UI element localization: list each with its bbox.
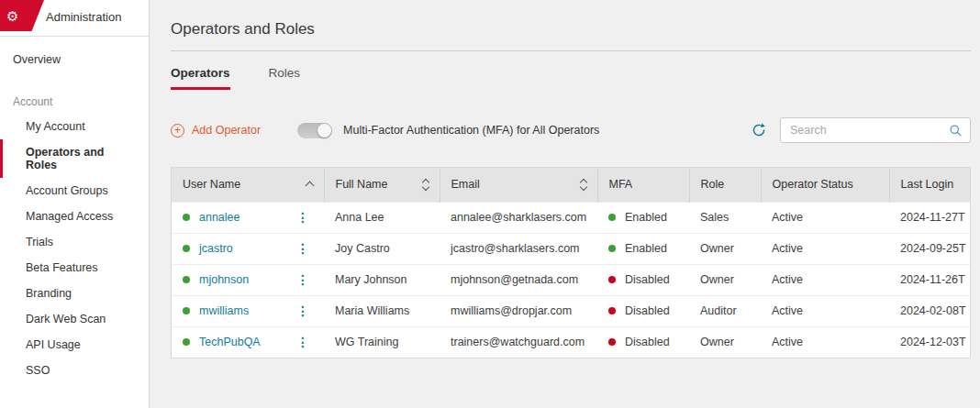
refresh-icon — [751, 122, 767, 138]
brand-flag: ⚙ — [0, 0, 44, 31]
sidebar-header: ⚙ Administration — [0, 0, 149, 37]
add-operator-button[interactable]: + Add Operator — [171, 124, 261, 138]
user-name-link[interactable]: annalee — [199, 211, 240, 224]
cell-operator-status: Active — [761, 202, 889, 233]
app-title: Administration — [46, 0, 121, 35]
tab-roles[interactable]: Roles — [269, 66, 301, 90]
user-name-link[interactable]: jcastro — [199, 242, 233, 255]
toolbar-right — [751, 117, 971, 143]
mfa-status-dot — [608, 338, 616, 346]
cell-role: Owner — [689, 326, 761, 358]
column-user-name[interactable]: User Name — [172, 168, 324, 202]
sidebar-item-account-groups[interactable]: Account Groups — [0, 178, 149, 204]
add-operator-label: Add Operator — [192, 124, 261, 137]
sidebar-item-managed-access[interactable]: Managed Access — [0, 204, 149, 229]
operators-table-wrap: User Name Full Name Email MFA Role Opera… — [171, 167, 971, 358]
sidebar-section-account: Account — [0, 90, 149, 114]
kebab-menu-icon[interactable]: ⋮ — [296, 211, 313, 224]
column-email[interactable]: Email — [440, 168, 597, 202]
column-label: Email — [451, 178, 480, 191]
kebab-menu-icon[interactable]: ⋮ — [296, 336, 313, 348]
mfa-toggle-label: Multi-Factor Authentication (MFA) for Al… — [343, 124, 599, 137]
mfa-all-toggle[interactable] — [297, 123, 332, 138]
search-icon — [949, 124, 963, 138]
cell-user-name: mwilliams ⋮ — [172, 295, 324, 326]
table-header-row: User Name Full Name Email MFA Role Opera… — [172, 168, 971, 202]
operator-active-dot — [183, 214, 190, 221]
cell-user-name: mjohnson ⋮ — [172, 264, 324, 295]
user-name-link[interactable]: mwilliams — [199, 304, 249, 317]
cell-full-name: Anna Lee — [324, 202, 440, 233]
cell-operator-status: Active — [761, 264, 889, 295]
plus-circle-icon: + — [171, 124, 184, 138]
sort-asc-icon — [305, 181, 314, 190]
sidebar-item-branding[interactable]: Branding — [0, 281, 149, 306]
operator-active-dot — [183, 307, 190, 314]
cell-operator-status: Active — [761, 295, 889, 326]
tab-operators[interactable]: Operators — [171, 66, 230, 90]
cell-role: Owner — [689, 233, 761, 264]
cell-user-name: jcastro ⋮ — [172, 233, 324, 264]
cell-email: mwilliams@dropjar.com — [440, 295, 597, 326]
sidebar: ⚙ Administration OverviewAccountMy Accou… — [0, 0, 150, 408]
user-name-link[interactable]: TechPubQA — [199, 336, 261, 348]
sidebar-item-api-usage[interactable]: API Usage — [0, 332, 149, 358]
table-body: annalee ⋮ Anna Lee annalee@sharklasers.c… — [172, 202, 971, 358]
user-name-link[interactable]: mjohnson — [199, 273, 249, 286]
search-input[interactable] — [788, 123, 949, 138]
cell-role: Owner — [689, 264, 761, 295]
table-row: mwilliams ⋮ Maria Williams mwilliams@dro… — [172, 295, 971, 326]
sort-both-icon — [423, 180, 429, 190]
cell-email: trainers@watchguard.com — [440, 326, 597, 358]
cell-mfa: Disabled — [597, 295, 689, 326]
mfa-status-dot — [608, 245, 616, 252]
table-row: annalee ⋮ Anna Lee annalee@sharklasers.c… — [172, 202, 971, 233]
cell-email: mjohnson@getnada.com — [440, 264, 597, 295]
column-label: User Name — [183, 178, 240, 191]
cell-last-login: 2024-02-08T — [889, 295, 971, 326]
main-content: Operators and Roles Operators Roles + Ad… — [150, 0, 980, 408]
cell-last-login: 2024-12-03T — [889, 326, 971, 358]
cell-operator-status: Active — [761, 233, 889, 264]
sidebar-item-dark-web-scan[interactable]: Dark Web Scan — [0, 306, 149, 332]
toolbar: + Add Operator Multi-Factor Authenticati… — [171, 117, 971, 143]
sidebar-item-overview[interactable]: Overview — [0, 44, 149, 75]
sidebar-item-operators-and-roles[interactable]: Operators and Roles — [0, 139, 149, 178]
cell-operator-status: Active — [761, 326, 889, 358]
cell-last-login: 2024-09-25T — [889, 233, 971, 264]
sidebar-item-my-account[interactable]: My Account — [0, 114, 149, 139]
mfa-status-label: Disabled — [625, 304, 670, 317]
mfa-status-label: Enabled — [625, 211, 667, 224]
cell-role: Sales — [689, 202, 761, 233]
sidebar-item-trials[interactable]: Trials — [0, 229, 149, 255]
cell-mfa: Enabled — [597, 233, 689, 264]
sidebar-item-beta-features[interactable]: Beta Features — [0, 255, 149, 281]
mfa-status-dot — [608, 276, 616, 283]
column-full-name[interactable]: Full Name — [324, 168, 440, 202]
tab-bar: Operators Roles — [171, 66, 971, 90]
mfa-status-label: Disabled — [625, 336, 670, 348]
mfa-status-dot — [608, 307, 616, 314]
cell-user-name: annalee ⋮ — [172, 202, 324, 233]
column-role[interactable]: Role — [689, 168, 761, 202]
column-operator-status[interactable]: Operator Status — [761, 168, 889, 202]
cell-role: Auditor — [689, 295, 761, 326]
cell-last-login: 2024-11-27T — [889, 202, 971, 233]
mfa-status-dot — [608, 214, 616, 221]
refresh-button[interactable] — [751, 122, 767, 138]
kebab-menu-icon[interactable]: ⋮ — [296, 242, 313, 255]
column-mfa[interactable]: MFA — [597, 168, 689, 202]
cell-user-name: TechPubQA ⋮ — [172, 326, 324, 358]
sidebar-item-sso[interactable]: SSO — [0, 358, 149, 383]
column-label: Operator Status — [773, 178, 853, 191]
column-last-login[interactable]: Last Login — [889, 168, 971, 202]
kebab-menu-icon[interactable]: ⋮ — [296, 273, 313, 286]
cell-mfa: Disabled — [597, 264, 689, 295]
column-label: Role — [701, 178, 725, 191]
table-row: jcastro ⋮ Joy Castro jcastro@sharklasers… — [172, 233, 971, 264]
page-title: Operators and Roles — [171, 0, 971, 50]
cell-mfa: Enabled — [597, 202, 689, 233]
cell-mfa: Disabled — [597, 326, 689, 358]
cell-full-name: WG Training — [324, 326, 440, 358]
kebab-menu-icon[interactable]: ⋮ — [296, 304, 313, 317]
